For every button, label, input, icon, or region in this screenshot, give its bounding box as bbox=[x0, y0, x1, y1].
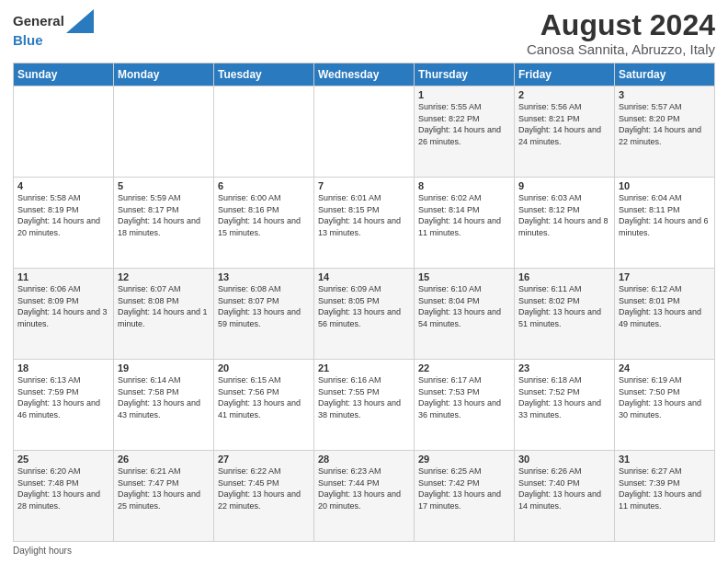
day-number: 17 bbox=[619, 271, 711, 282]
calendar-cell: 29Sunrise: 6:25 AM Sunset: 7:42 PM Dayli… bbox=[415, 451, 515, 542]
day-number: 23 bbox=[518, 362, 610, 373]
calendar-table: SundayMondayTuesdayWednesdayThursdayFrid… bbox=[13, 63, 715, 542]
calendar-cell: 16Sunrise: 6:11 AM Sunset: 8:02 PM Dayli… bbox=[515, 269, 615, 360]
day-info: Sunrise: 6:19 AM Sunset: 7:50 PM Dayligh… bbox=[619, 374, 711, 420]
calendar-cell: 11Sunrise: 6:06 AM Sunset: 8:09 PM Dayli… bbox=[14, 269, 114, 360]
week-row-4: 25Sunrise: 6:20 AM Sunset: 7:48 PM Dayli… bbox=[14, 451, 715, 542]
day-number: 22 bbox=[418, 362, 510, 373]
svg-marker-0 bbox=[66, 9, 94, 33]
daylight-hours-label: Daylight hours bbox=[13, 546, 72, 556]
day-info: Sunrise: 6:12 AM Sunset: 8:01 PM Dayligh… bbox=[619, 283, 711, 329]
calendar-cell bbox=[314, 86, 415, 178]
calendar-cell: 15Sunrise: 6:10 AM Sunset: 8:04 PM Dayli… bbox=[415, 269, 515, 360]
calendar-cell: 6Sunrise: 6:00 AM Sunset: 8:16 PM Daylig… bbox=[214, 178, 314, 269]
day-info: Sunrise: 5:58 AM Sunset: 8:19 PM Dayligh… bbox=[17, 192, 109, 238]
calendar-cell: 30Sunrise: 6:26 AM Sunset: 7:40 PM Dayli… bbox=[515, 451, 615, 542]
day-info: Sunrise: 6:08 AM Sunset: 8:07 PM Dayligh… bbox=[218, 283, 310, 329]
day-info: Sunrise: 6:11 AM Sunset: 8:02 PM Dayligh… bbox=[518, 283, 610, 329]
day-info: Sunrise: 6:04 AM Sunset: 8:11 PM Dayligh… bbox=[619, 192, 711, 238]
day-number: 2 bbox=[518, 89, 610, 100]
day-info: Sunrise: 6:01 AM Sunset: 8:15 PM Dayligh… bbox=[318, 192, 410, 238]
day-number: 18 bbox=[17, 362, 109, 373]
day-number: 16 bbox=[518, 271, 610, 282]
day-info: Sunrise: 6:13 AM Sunset: 7:59 PM Dayligh… bbox=[17, 374, 109, 420]
calendar-cell: 28Sunrise: 6:23 AM Sunset: 7:44 PM Dayli… bbox=[314, 451, 415, 542]
day-header-thursday: Thursday bbox=[415, 63, 515, 86]
calendar-cell: 13Sunrise: 6:08 AM Sunset: 8:07 PM Dayli… bbox=[214, 269, 314, 360]
logo: General Blue bbox=[13, 9, 94, 49]
week-row-3: 18Sunrise: 6:13 AM Sunset: 7:59 PM Dayli… bbox=[14, 360, 715, 451]
day-number: 15 bbox=[418, 271, 510, 282]
day-number: 26 bbox=[118, 454, 210, 465]
calendar-cell bbox=[114, 86, 214, 178]
calendar-cell bbox=[214, 86, 314, 178]
calendar-cell: 7Sunrise: 6:01 AM Sunset: 8:15 PM Daylig… bbox=[314, 178, 415, 269]
logo-icon bbox=[66, 9, 94, 33]
calendar-cell: 5Sunrise: 5:59 AM Sunset: 8:17 PM Daylig… bbox=[114, 178, 214, 269]
day-number: 7 bbox=[318, 180, 410, 191]
calendar-cell: 12Sunrise: 6:07 AM Sunset: 8:08 PM Dayli… bbox=[114, 269, 214, 360]
day-number: 5 bbox=[118, 180, 210, 191]
header-row: SundayMondayTuesdayWednesdayThursdayFrid… bbox=[14, 63, 715, 86]
day-info: Sunrise: 6:27 AM Sunset: 7:39 PM Dayligh… bbox=[619, 465, 711, 511]
day-info: Sunrise: 6:17 AM Sunset: 7:53 PM Dayligh… bbox=[418, 374, 510, 420]
day-info: Sunrise: 6:18 AM Sunset: 7:52 PM Dayligh… bbox=[518, 374, 610, 420]
day-info: Sunrise: 5:55 AM Sunset: 8:22 PM Dayligh… bbox=[418, 101, 510, 147]
day-number: 11 bbox=[17, 271, 109, 282]
day-info: Sunrise: 6:10 AM Sunset: 8:04 PM Dayligh… bbox=[418, 283, 510, 329]
day-info: Sunrise: 5:56 AM Sunset: 8:21 PM Dayligh… bbox=[518, 101, 610, 147]
day-number: 14 bbox=[318, 271, 410, 282]
day-info: Sunrise: 6:21 AM Sunset: 7:47 PM Dayligh… bbox=[118, 465, 210, 511]
day-number: 29 bbox=[418, 454, 510, 465]
calendar-cell: 1Sunrise: 5:55 AM Sunset: 8:22 PM Daylig… bbox=[415, 86, 515, 178]
day-header-saturday: Saturday bbox=[615, 63, 715, 86]
day-info: Sunrise: 6:25 AM Sunset: 7:42 PM Dayligh… bbox=[418, 465, 510, 511]
week-row-2: 11Sunrise: 6:06 AM Sunset: 8:09 PM Dayli… bbox=[14, 269, 715, 360]
day-number: 6 bbox=[218, 180, 310, 191]
header: General Blue August 2024 Canosa Sannita,… bbox=[13, 9, 715, 57]
calendar-cell: 23Sunrise: 6:18 AM Sunset: 7:52 PM Dayli… bbox=[515, 360, 615, 451]
day-info: Sunrise: 6:26 AM Sunset: 7:40 PM Dayligh… bbox=[518, 465, 610, 511]
day-header-friday: Friday bbox=[515, 63, 615, 86]
calendar-cell: 17Sunrise: 6:12 AM Sunset: 8:01 PM Dayli… bbox=[615, 269, 715, 360]
day-header-wednesday: Wednesday bbox=[314, 63, 415, 86]
day-info: Sunrise: 6:02 AM Sunset: 8:14 PM Dayligh… bbox=[418, 192, 510, 238]
day-number: 12 bbox=[118, 271, 210, 282]
day-info: Sunrise: 6:15 AM Sunset: 7:56 PM Dayligh… bbox=[218, 374, 310, 420]
day-number: 21 bbox=[318, 362, 410, 373]
page: General Blue August 2024 Canosa Sannita,… bbox=[0, 0, 728, 563]
day-info: Sunrise: 6:14 AM Sunset: 7:58 PM Dayligh… bbox=[118, 374, 210, 420]
logo-text-general: General bbox=[13, 14, 64, 29]
logo-text-blue: Blue bbox=[13, 33, 94, 49]
title-block: August 2024 Canosa Sannita, Abruzzo, Ita… bbox=[527, 9, 715, 57]
day-info: Sunrise: 6:07 AM Sunset: 8:08 PM Dayligh… bbox=[118, 283, 210, 329]
day-number: 20 bbox=[218, 362, 310, 373]
day-info: Sunrise: 6:22 AM Sunset: 7:45 PM Dayligh… bbox=[218, 465, 310, 511]
day-number: 3 bbox=[619, 89, 711, 100]
subtitle: Canosa Sannita, Abruzzo, Italy bbox=[527, 41, 715, 57]
day-number: 30 bbox=[518, 454, 610, 465]
calendar-cell: 4Sunrise: 5:58 AM Sunset: 8:19 PM Daylig… bbox=[14, 178, 114, 269]
calendar-cell: 27Sunrise: 6:22 AM Sunset: 7:45 PM Dayli… bbox=[214, 451, 314, 542]
day-info: Sunrise: 6:00 AM Sunset: 8:16 PM Dayligh… bbox=[218, 192, 310, 238]
day-number: 8 bbox=[418, 180, 510, 191]
day-number: 10 bbox=[619, 180, 711, 191]
day-number: 28 bbox=[318, 454, 410, 465]
week-row-1: 4Sunrise: 5:58 AM Sunset: 8:19 PM Daylig… bbox=[14, 178, 715, 269]
day-number: 27 bbox=[218, 454, 310, 465]
day-header-tuesday: Tuesday bbox=[214, 63, 314, 86]
day-info: Sunrise: 6:20 AM Sunset: 7:48 PM Dayligh… bbox=[17, 465, 109, 511]
day-info: Sunrise: 6:09 AM Sunset: 8:05 PM Dayligh… bbox=[318, 283, 410, 329]
calendar-cell: 14Sunrise: 6:09 AM Sunset: 8:05 PM Dayli… bbox=[314, 269, 415, 360]
main-title: August 2024 bbox=[527, 9, 715, 41]
day-number: 1 bbox=[418, 89, 510, 100]
calendar-cell: 18Sunrise: 6:13 AM Sunset: 7:59 PM Dayli… bbox=[14, 360, 114, 451]
calendar-cell: 9Sunrise: 6:03 AM Sunset: 8:12 PM Daylig… bbox=[515, 178, 615, 269]
footer-note: Daylight hours bbox=[13, 546, 715, 556]
calendar-cell: 8Sunrise: 6:02 AM Sunset: 8:14 PM Daylig… bbox=[415, 178, 515, 269]
day-info: Sunrise: 5:59 AM Sunset: 8:17 PM Dayligh… bbox=[118, 192, 210, 238]
day-header-sunday: Sunday bbox=[14, 63, 114, 86]
week-row-0: 1Sunrise: 5:55 AM Sunset: 8:22 PM Daylig… bbox=[14, 86, 715, 178]
calendar-cell: 31Sunrise: 6:27 AM Sunset: 7:39 PM Dayli… bbox=[615, 451, 715, 542]
day-info: Sunrise: 6:16 AM Sunset: 7:55 PM Dayligh… bbox=[318, 374, 410, 420]
